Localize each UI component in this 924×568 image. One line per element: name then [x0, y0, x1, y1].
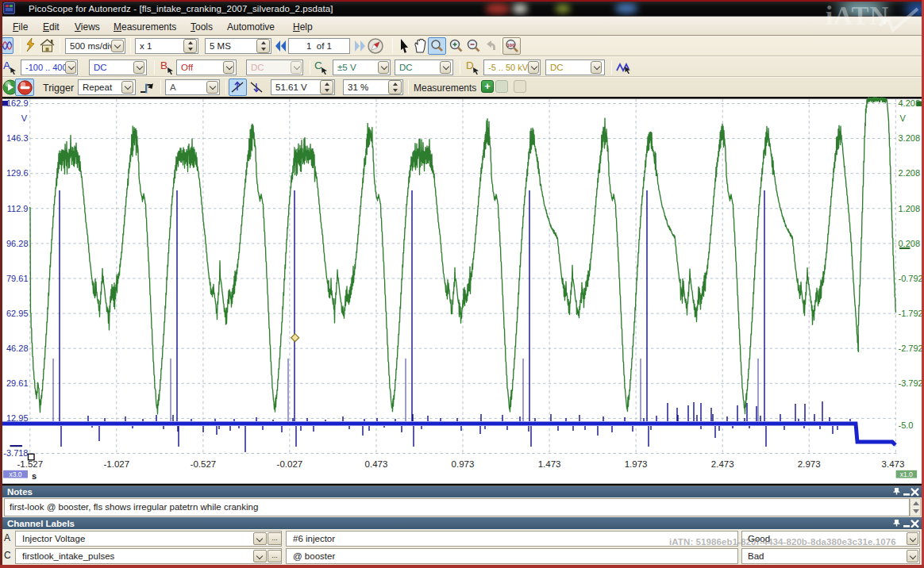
svg-text:100: 100	[506, 43, 515, 48]
svg-text:-1.027: -1.027	[103, 459, 129, 469]
svg-text:46.28: 46.28	[6, 343, 29, 353]
svg-text:146.3: 146.3	[6, 133, 29, 143]
svg-text:s: s	[32, 471, 37, 481]
svg-text:112.9: 112.9	[7, 204, 29, 213]
svg-text:-2.792: -2.792	[899, 343, 922, 353]
svg-text:0.208: 0.208	[899, 239, 921, 248]
svg-text:2.473: 2.473	[711, 459, 734, 469]
svg-text:3.473: 3.473	[882, 459, 905, 469]
svg-text:-0.027: -0.027	[277, 459, 303, 469]
svg-text:3.208: 3.208	[899, 133, 921, 143]
svg-text:129.6: 129.6	[6, 168, 29, 178]
svg-text:-0.527: -0.527	[191, 459, 217, 469]
svg-text:2.973: 2.973	[798, 459, 821, 469]
svg-text:V: V	[900, 113, 907, 123]
svg-text:79.61: 79.61	[6, 274, 29, 283]
svg-text:62.95: 62.95	[6, 309, 29, 318]
svg-text:2.208: 2.208	[899, 168, 921, 178]
svg-text:1.973: 1.973	[625, 459, 648, 469]
svg-text:1.208: 1.208	[899, 204, 921, 213]
svg-text:x3.0: x3.0	[9, 470, 21, 478]
svg-text:162.9: 162.9	[6, 98, 29, 108]
svg-text:12.95: 12.95	[6, 413, 29, 423]
svg-text:0.473: 0.473	[365, 459, 388, 469]
svg-text:-3.718: -3.718	[3, 448, 28, 458]
svg-text:-5.0: -5.0	[899, 420, 914, 430]
svg-text:1.473: 1.473	[538, 459, 561, 469]
svg-text:-0.792: -0.792	[899, 274, 922, 283]
svg-text:96.28: 96.28	[6, 239, 29, 248]
svg-text:-3.792: -3.792	[899, 378, 922, 388]
svg-text:V: V	[21, 113, 28, 123]
svg-text:-1.792: -1.792	[899, 309, 922, 318]
svg-text:x1.0: x1.0	[900, 470, 913, 478]
svg-text:29.61: 29.61	[6, 378, 29, 388]
svg-text:0.973: 0.973	[452, 459, 475, 469]
